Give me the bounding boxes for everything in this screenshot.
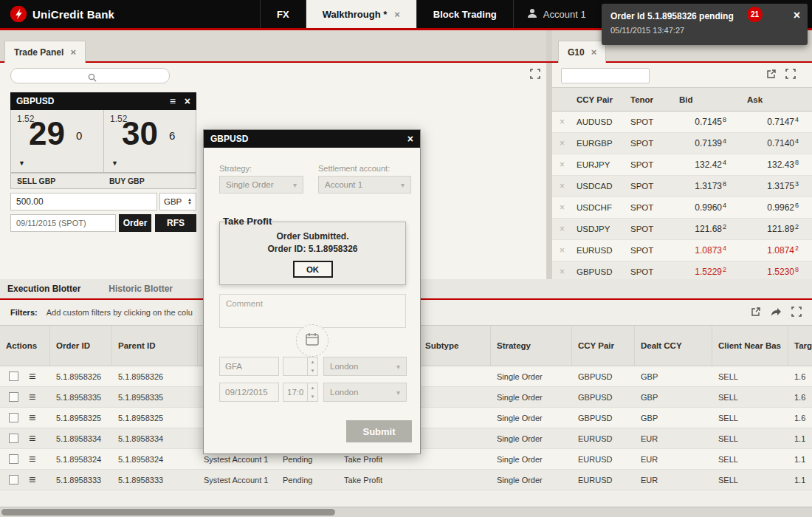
header-subtype[interactable]: Subtype [419,326,491,366]
remove-pair-icon[interactable] [552,160,572,170]
tab-g10[interactable]: G10 × [558,41,606,63]
header-parent-id[interactable]: Parent ID [112,326,198,366]
bid-cell[interactable]: 0.71458 [670,117,738,127]
tab-trade-panel[interactable]: Trade Panel × [4,41,86,63]
header-order-id[interactable]: Order ID [50,326,112,366]
bid-cell[interactable]: 0.71394 [670,138,738,148]
close-icon[interactable]: × [394,9,400,20]
open-in-new-icon[interactable] [751,307,761,318]
comment-textarea[interactable] [219,294,406,328]
header-target[interactable]: Targ [788,326,812,366]
sell-price-button[interactable]: 1.52 29 0 ▼ [11,110,103,172]
currency-select[interactable]: GBP [159,193,196,210]
client-near-cell: SELL [712,414,788,422]
close-icon[interactable]: × [591,47,597,58]
tab-block-trading[interactable]: Block Trading [416,0,513,28]
bid-cell[interactable]: 1.31738 [670,181,738,191]
header-dealt-ccy[interactable]: Dealt CCY [635,326,712,366]
ask-cell[interactable]: 1.31753 [738,181,812,191]
g10-row: USDCHF SPOT 0.99604 0.99626 [552,197,812,219]
close-icon[interactable]: × [185,95,190,107]
venue-select-2[interactable]: London [323,383,407,402]
row-menu-icon[interactable] [29,433,35,445]
tab-historic-blotter[interactable]: Historic Blotter [109,284,173,294]
submit-button[interactable]: Submit [346,420,412,442]
account-menu[interactable]: Account 1 [513,0,599,28]
order-button[interactable]: Order [119,214,151,232]
expiry-date-input[interactable] [219,383,279,402]
menu-icon[interactable]: ≡ [170,95,176,107]
row-checkbox[interactable] [9,392,18,402]
header-bid[interactable]: Bid [670,95,738,104]
ask-cell[interactable]: 132.438 [738,160,812,170]
expiry-time-input[interactable] [283,383,307,401]
header-tenor[interactable]: Tenor [626,95,670,104]
ask-cell[interactable]: 0.99626 [738,202,812,213]
row-checkbox[interactable] [9,413,18,422]
strategy-select[interactable]: Single Order [219,176,303,194]
row-menu-icon[interactable] [29,474,35,486]
remove-pair-icon[interactable] [552,267,572,277]
header-strategy[interactable]: Strategy [491,326,572,366]
row-checkbox[interactable] [9,454,18,464]
tif-input[interactable] [219,357,279,376]
fullscreen-icon[interactable] [791,307,802,318]
ask-cell[interactable]: 0.71474 [738,117,812,127]
buy-price-button[interactable]: 1.52 30 6 ▼ [103,110,196,172]
ask-cell[interactable]: 1.08742 [738,245,812,256]
horizontal-scrollbar[interactable] [0,507,812,517]
row-checkbox[interactable] [9,475,18,485]
bid-cell[interactable]: 0.99604 [670,202,738,213]
row-menu-icon[interactable] [29,391,35,403]
close-icon[interactable]: × [407,133,413,145]
tif-qty-stepper [283,357,318,376]
remove-pair-icon[interactable] [552,181,572,191]
header-actions[interactable]: Actions [0,326,50,366]
remove-pair-icon[interactable] [552,117,572,127]
header-ask[interactable]: Ask [738,95,812,104]
fullscreen-icon[interactable] [785,69,796,82]
stepper-arrows-icon[interactable] [307,383,317,401]
tab-fx[interactable]: FX [260,0,306,28]
fullscreen-icon[interactable] [530,69,540,82]
ask-cell[interactable]: 0.71404 [738,138,812,148]
amount-input[interactable] [10,193,157,210]
ask-cell[interactable]: 121.892 [738,224,812,234]
bid-cell[interactable]: 1.52292 [670,267,738,277]
ticket-header: GBPUSD ≡ × [10,92,196,110]
rfs-button[interactable]: RFS [155,214,196,232]
tif-qty-input[interactable] [283,357,307,375]
remove-pair-icon[interactable] [552,245,572,256]
stepper-arrows-icon[interactable] [307,357,317,375]
ok-button[interactable]: OK [293,261,333,278]
order-id-cell: 5.1.8958334 [50,434,112,443]
row-menu-icon[interactable] [29,371,35,383]
header-ccy-pair[interactable]: CCY Pair [572,95,626,104]
bid-cell[interactable]: 132.424 [670,160,738,170]
close-icon[interactable]: × [70,47,76,58]
header-ccy-pair[interactable]: CCY Pair [572,326,635,366]
venue-select-1[interactable]: London [323,357,407,376]
value-date-input[interactable] [10,214,116,232]
settlement-select[interactable]: Account 1 [318,176,411,194]
tab-execution-blotter[interactable]: Execution Blotter [7,284,80,294]
bid-cell[interactable]: 1.08734 [670,245,738,256]
ask-cell[interactable]: 1.52308 [738,267,812,277]
bid-cell[interactable]: 121.682 [670,224,738,234]
remove-pair-icon[interactable] [552,202,572,213]
row-menu-icon[interactable] [29,453,35,465]
row-checkbox[interactable] [9,372,18,381]
search-input[interactable] [562,69,649,83]
remove-pair-icon[interactable] [552,224,572,234]
header-client-near[interactable]: Client Near Bas [712,326,788,366]
tenor-cell: SPOT [626,139,670,148]
share-icon[interactable] [771,307,782,318]
close-icon[interactable]: × [794,9,800,22]
ccy-pair-cell: EURGBP [572,139,626,148]
tab-walkthrough[interactable]: Walkthrough * × [306,0,416,28]
row-menu-icon[interactable] [29,412,35,424]
scrollbar-thumb[interactable] [1,509,335,516]
remove-pair-icon[interactable] [552,138,572,148]
row-checkbox[interactable] [9,434,18,443]
open-in-new-icon[interactable] [766,69,777,82]
